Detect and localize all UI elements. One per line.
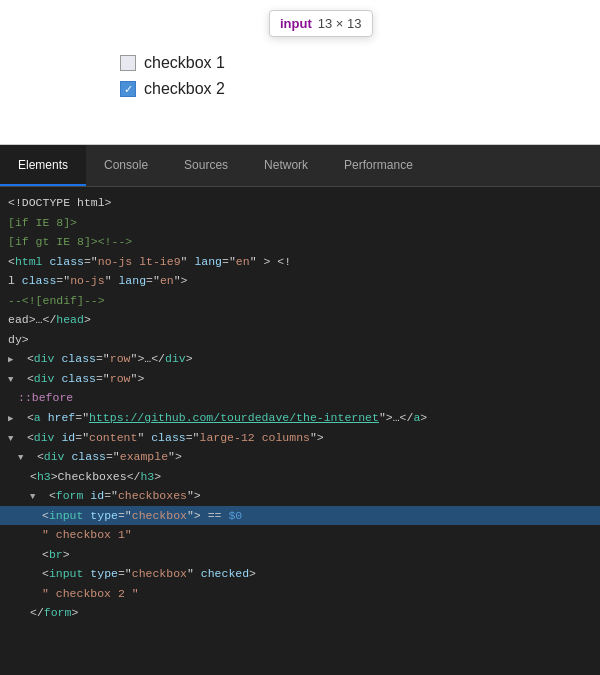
devtools-panel: Elements Console Sources Network Perform… [0,145,600,675]
checkbox-1-input[interactable] [120,55,136,71]
checkbox-2-input[interactable]: ✓ [120,81,136,97]
line-form: <form id="checkboxes"> [0,486,600,506]
checkbox-2-label: checkbox 2 [144,80,225,98]
line-input2: <input type="checkbox" checked> [0,564,600,584]
line-before: ::before [0,388,600,408]
tab-network[interactable]: Network [246,145,326,186]
line-ie8: [if IE 8]> [0,213,600,233]
line-doctype: <!DOCTYPE html> [0,193,600,213]
tooltip-size: 13 × 13 [318,16,362,31]
line-ie8-gt: [if gt IE 8]><!--> [0,232,600,252]
line-div-row1: <div class="row">…</div> [0,349,600,369]
checkboxes-area: checkbox 1 ✓ checkbox 2 [120,54,225,98]
line-div-row2: <div class="row"> [0,369,600,389]
tab-sources[interactable]: Sources [166,145,246,186]
checkbox-item-1: checkbox 1 [120,54,225,72]
line-endif: --<![endif]--> [0,291,600,311]
checkbox-item-2: ✓ checkbox 2 [120,80,225,98]
page-preview: input 13 × 13 checkbox 1 ✓ checkbox 2 [0,0,600,145]
tab-elements[interactable]: Elements [0,145,86,186]
tab-performance[interactable]: Performance [326,145,431,186]
line-label2: " checkbox 2 " [0,584,600,604]
line-input1: <input type="checkbox"> == $0 [0,506,600,526]
tooltip-tag: input [280,16,312,31]
element-tooltip: input 13 × 13 [269,10,373,37]
line-anchor: <a href="https://github.com/tourdedave/t… [0,408,600,428]
line-head: ead>…</head> [0,310,600,330]
line-div-content: <div id="content" class="large-12 column… [0,428,600,448]
line-html-nojs: <html class="no-js lt-ie9" lang="en" > <… [0,252,600,272]
line-nojs2: l class="no-js" lang="en"> [0,271,600,291]
tab-console[interactable]: Console [86,145,166,186]
line-form-close: </form> [0,603,600,623]
line-div-example: <div class="example"> [0,447,600,467]
checkbox-1-label: checkbox 1 [144,54,225,72]
line-br: <br> [0,545,600,565]
line-label1: " checkbox 1" [0,525,600,545]
line-h3: <h3>Checkboxes</h3> [0,467,600,487]
code-area[interactable]: <!DOCTYPE html> [if IE 8]> [if gt IE 8]>… [0,187,600,675]
devtools-tabs: Elements Console Sources Network Perform… [0,145,600,187]
line-body: dy> [0,330,600,350]
